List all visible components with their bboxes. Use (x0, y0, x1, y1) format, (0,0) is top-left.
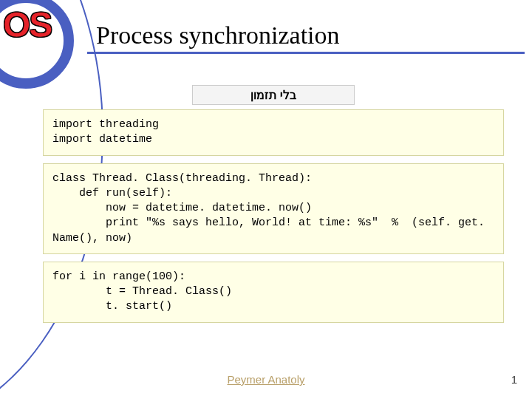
page-number: 1 (511, 373, 517, 386)
code-block-class: class Thread. Class(threading. Thread): … (43, 163, 504, 254)
title-underline (87, 52, 525, 54)
logo-text: OS (3, 4, 51, 45)
page-title: Process synchronization (96, 21, 340, 50)
footer-author: Peymer Anatoly (0, 373, 532, 386)
slide-content: בלי תזמון import threading import dateti… (0, 85, 532, 323)
slide-header: OS Process synchronization (0, 0, 532, 59)
code-block-loop: for i in range(100): t = Thread. Class()… (43, 262, 504, 323)
logo: OS (0, 7, 81, 59)
code-block-imports: import threading import datetime (43, 109, 504, 156)
tag-label: בלי תזמון (192, 85, 355, 105)
